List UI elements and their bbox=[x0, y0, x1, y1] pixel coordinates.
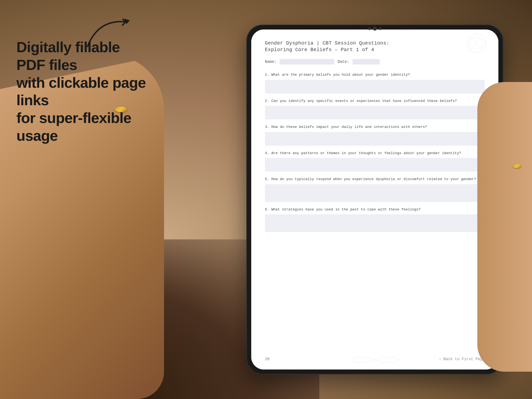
pdf-question-4: 4. Are there any patterns or themes in y… bbox=[265, 151, 485, 172]
pdf-question-3: 3. How do these beliefs impact your dail… bbox=[265, 124, 485, 146]
marketing-text-content: Digitally fillable PDF files with clicka… bbox=[16, 38, 148, 145]
camera-lens bbox=[373, 27, 377, 31]
pdf-answer-2[interactable] bbox=[265, 106, 485, 119]
pdf-question-1: 1. What are the primary beliefs you hold… bbox=[265, 72, 485, 93]
pdf-question-2: 2. Can you identify any specific events … bbox=[265, 98, 485, 120]
pdf-answer-5[interactable] bbox=[265, 184, 485, 202]
pdf-name-label: Name: bbox=[265, 60, 276, 64]
tablet-device: Gender Dysphoria | CBT Session Questions… bbox=[246, 25, 503, 374]
pdf-question-4-text: 4. Are there any patterns or themes in y… bbox=[265, 151, 485, 156]
pdf-answer-1[interactable] bbox=[265, 80, 485, 93]
pdf-question-1-text: 1. What are the primary beliefs you hold… bbox=[265, 72, 485, 78]
pdf-title-main: Gender Dysphoria | CBT Session Questions… bbox=[265, 40, 485, 46]
pdf-page-number: 20 bbox=[265, 357, 270, 361]
tablet-wrapper: Gender Dysphoria | CBT Session Questions… bbox=[231, 8, 518, 391]
tablet-camera-bar bbox=[368, 25, 382, 31]
pdf-answer-3[interactable] bbox=[265, 132, 485, 146]
pdf-question-5: 5. How do you typically respond when you… bbox=[265, 177, 485, 202]
hand-right bbox=[477, 82, 532, 372]
marketing-text: Digitally fillable PDF files with clicka… bbox=[16, 38, 148, 145]
pdf-date-label: Date: bbox=[338, 60, 349, 64]
pdf-answer-4[interactable] bbox=[265, 158, 485, 172]
pdf-question-5-text: 5. How do you typically respond when you… bbox=[265, 177, 485, 182]
pdf-document: Gender Dysphoria | CBT Session Questions… bbox=[251, 30, 498, 369]
pdf-name-input[interactable] bbox=[280, 59, 334, 64]
pdf-question-6-text: 6. What strategies have you used in the … bbox=[265, 207, 485, 212]
watermark-bottom bbox=[347, 353, 402, 367]
pdf-name-date-row: Name: Date: bbox=[265, 59, 485, 64]
pdf-date-input[interactable] bbox=[352, 59, 380, 64]
watermark-top bbox=[460, 32, 493, 54]
pdf-question-6: 6. What strategies have you used in the … bbox=[265, 207, 485, 232]
sensor-2 bbox=[379, 27, 382, 30]
ring-right bbox=[513, 164, 521, 168]
pdf-title-sub: Exploring Core Beliefs – Part 1 of 4 bbox=[265, 47, 485, 52]
pdf-question-2-text: 2. Can you identify any specific events … bbox=[265, 98, 485, 104]
pdf-answer-6[interactable] bbox=[265, 214, 485, 232]
pdf-question-3-text: 3. How do these beliefs impact your dail… bbox=[265, 124, 485, 130]
pdf-back-to-first-page-link[interactable]: ↑ Back to First Page bbox=[439, 357, 485, 361]
sensor-1 bbox=[368, 27, 371, 30]
tablet-screen: Gender Dysphoria | CBT Session Questions… bbox=[251, 30, 498, 369]
